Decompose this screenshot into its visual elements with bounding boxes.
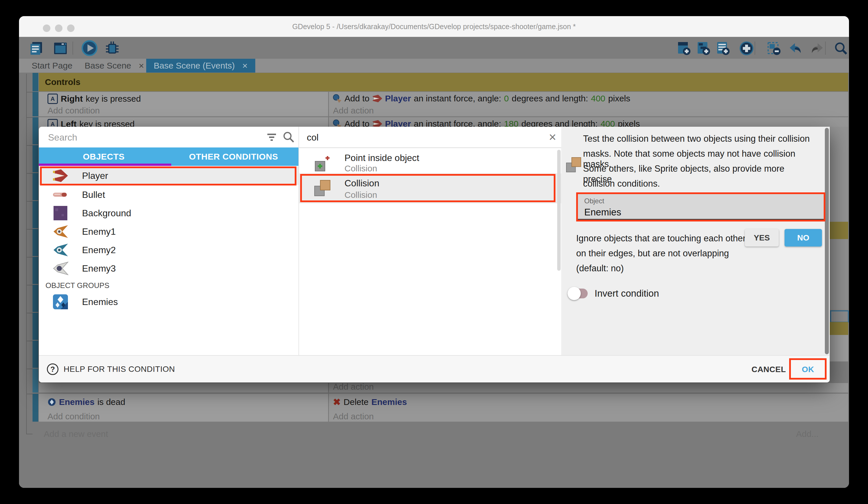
event-group-row — [830, 322, 848, 335]
tab-label: Base Scene — [85, 59, 131, 73]
conditions-cell[interactable] — [39, 383, 328, 393]
event-handle[interactable] — [32, 92, 38, 117]
chooser-tabs: OBJECTS OTHER CONDITIONS — [39, 148, 298, 166]
actions-cell[interactable]: Add action — [329, 383, 848, 393]
play-icon[interactable] — [81, 40, 98, 57]
clear-search-icon[interactable]: × — [549, 130, 556, 144]
delete-event-icon[interactable] — [766, 41, 782, 56]
group-row-enemies[interactable]: Enemies — [39, 293, 298, 311]
event-handle[interactable] — [32, 117, 38, 144]
selected-row-outline — [830, 311, 849, 323]
yes-button[interactable]: YES — [745, 229, 779, 246]
help-link[interactable]: HELP FOR THIS CONDITION — [64, 356, 175, 383]
tab-other-conditions[interactable]: OTHER CONDITIONS — [169, 148, 298, 166]
object-search-row — [39, 127, 298, 148]
add-event-icon[interactable] — [676, 41, 691, 56]
dialog-footer: ? HELP FOR THIS CONDITION CANCEL OK — [39, 355, 830, 382]
add-action-link[interactable]: Add action — [333, 106, 374, 115]
scene-editor-icon[interactable] — [53, 41, 68, 56]
object-name: Player — [385, 94, 411, 103]
help-icon[interactable]: ? — [47, 363, 59, 375]
invert-condition-toggle[interactable] — [568, 289, 588, 299]
scrollbar[interactable] — [825, 128, 829, 354]
titlebar: GDevelop 5 - /Users/dkarakay/Documents/G… — [19, 16, 849, 37]
filter-icon[interactable] — [266, 132, 278, 142]
annotation-player-row — [40, 167, 297, 185]
redo-icon[interactable] — [809, 41, 825, 56]
player-object-icon — [372, 95, 382, 102]
point-inside-object-icon — [314, 156, 330, 174]
event-group-row[interactable]: Controls — [39, 73, 848, 91]
event-tree-line — [26, 74, 27, 434]
field-value: Enemies — [584, 207, 621, 218]
toolbar-divider — [73, 41, 73, 55]
tab-base-scene-events[interactable]: Base Scene (Events) × — [146, 59, 255, 73]
no-button[interactable]: NO — [785, 229, 822, 246]
object-name: Enemies — [59, 397, 94, 407]
condition-row-point-inside[interactable]: Point inside object Collision — [299, 150, 557, 173]
add-subevent-icon[interactable] — [696, 41, 711, 56]
ignore-edges-text: Ignore objects that are touching each ot… — [576, 233, 755, 244]
event-handle[interactable] — [32, 394, 38, 422]
object-row-enemy3[interactable]: Enemy3 — [39, 259, 298, 278]
background-object-icon — [39, 206, 82, 220]
collision-icon — [566, 157, 582, 173]
enemies-group-icon — [39, 294, 82, 309]
add-circle-icon[interactable] — [739, 41, 754, 56]
cancel-button[interactable]: CANCEL — [748, 356, 789, 383]
conditions-list-panel: × Point inside object Collision Collisio… — [299, 127, 561, 355]
tab-label: Base Scene (Events) — [154, 59, 235, 73]
object-row-enemy1[interactable]: Enemy1 — [39, 222, 298, 241]
tab-objects[interactable]: OBJECTS — [39, 148, 169, 166]
field-label: Object — [584, 197, 604, 205]
add-condition-link[interactable]: Add condition — [48, 412, 100, 421]
scrollbar[interactable] — [557, 150, 561, 271]
object-row-background[interactable]: Background — [39, 204, 298, 222]
delete-icon: ✖ — [333, 398, 341, 406]
condition-search-input[interactable] — [306, 130, 509, 145]
param-angle: 0 — [504, 94, 509, 103]
condition-key: Right — [61, 94, 83, 104]
actions-cell[interactable]: ✖ Delete Enemies Add action — [329, 394, 848, 422]
condition-subtitle: Collision — [344, 164, 377, 173]
condition-detail-panel: Test the collision between two objects u… — [561, 127, 830, 355]
tab-start-page[interactable]: Start Page — [24, 59, 80, 73]
conditions-cell[interactable]: Enemies is dead Add condition — [39, 394, 328, 422]
tabbar: Start Page Base Scene × Base Scene (Even… — [19, 59, 849, 73]
add-condition-link[interactable]: Add condition — [48, 106, 100, 115]
undo-icon[interactable] — [788, 41, 803, 56]
desktop: { "colors": { "annotation_red": "#fb3a16… — [0, 0, 868, 504]
close-icon[interactable]: × — [242, 59, 248, 73]
add-comment-icon[interactable] — [715, 41, 731, 56]
search-icon[interactable] — [834, 41, 848, 56]
enemies-object-icon — [48, 398, 56, 406]
object-parameter-field[interactable]: Object Enemies — [576, 192, 825, 221]
actions-cell[interactable]: Add to Player an instant force, angle: 0… — [329, 92, 848, 117]
add-more-link[interactable]: Add... — [796, 429, 818, 439]
toolbar-divider — [755, 41, 755, 55]
add-action-link[interactable]: Add action — [333, 412, 374, 421]
tab-label: Start Page — [32, 59, 73, 73]
close-icon[interactable]: × — [139, 59, 144, 73]
add-new-event-link[interactable]: Add a new event — [44, 429, 108, 439]
object-search-input[interactable] — [48, 130, 250, 145]
add-action-link[interactable]: Add action — [333, 382, 374, 392]
app-window: GDevelop 5 - /Users/dkarakay/Documents/G… — [19, 16, 849, 488]
tab-base-scene[interactable]: Base Scene × — [77, 59, 151, 73]
enemy1-object-icon — [39, 225, 82, 239]
condition-text: key is pressed — [86, 94, 141, 104]
event-group-label: Controls — [45, 73, 80, 91]
object-row-bullet[interactable]: Bullet — [39, 185, 298, 204]
conditions-cell[interactable]: A Right key is pressed Add condition — [39, 92, 328, 117]
event-handle[interactable] — [32, 73, 38, 91]
object-name: Enemies — [372, 397, 407, 407]
window-title: GDevelop 5 - /Users/dkarakay/Documents/G… — [19, 16, 849, 37]
param-length: 400 — [591, 94, 605, 103]
object-row-enemy2[interactable]: Enemy2 — [39, 241, 298, 259]
annotation-ok-button — [789, 358, 827, 380]
debug-icon[interactable] — [105, 41, 120, 56]
search-icon[interactable] — [282, 131, 295, 143]
project-manager-icon[interactable] — [29, 41, 44, 56]
toolbar-divider — [825, 41, 826, 55]
force-icon — [333, 94, 342, 103]
